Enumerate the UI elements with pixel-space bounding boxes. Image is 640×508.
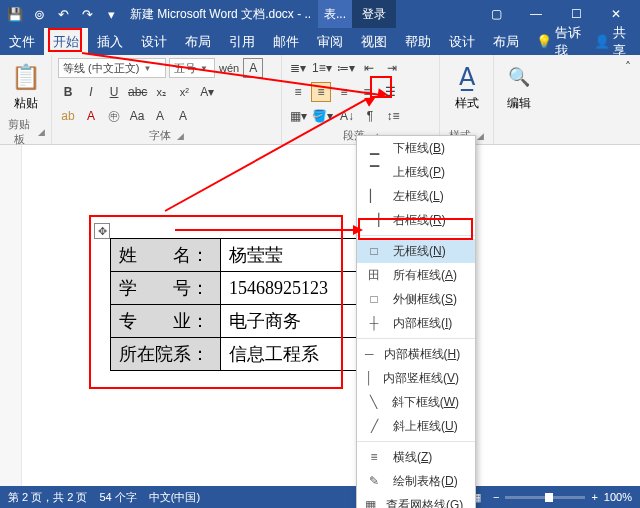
border-option-D[interactable]: ✎绘制表格(D) xyxy=(357,469,475,493)
text-highlight-button[interactable]: ab xyxy=(58,106,78,126)
tab-view[interactable]: 视图 xyxy=(352,28,396,55)
styles-launcher-icon[interactable]: ◢ xyxy=(477,131,484,141)
login-button[interactable]: 登录 xyxy=(352,0,396,28)
menu-separator xyxy=(357,441,475,442)
font-launcher-icon[interactable]: ◢ xyxy=(177,131,184,141)
styles-button[interactable]: A̲ 样式 xyxy=(446,57,487,116)
align-right-button[interactable]: ≡ xyxy=(334,82,354,102)
border-option-B[interactable]: ▁下框线(B) xyxy=(357,136,475,160)
status-word-count[interactable]: 54 个字 xyxy=(99,490,136,505)
border-option-W[interactable]: ╲斜下框线(W) xyxy=(357,390,475,414)
qat-customize-icon[interactable]: ▾ xyxy=(100,3,122,25)
zoom-out-button[interactable]: − xyxy=(493,491,499,503)
table-cell-label[interactable]: 姓 名： xyxy=(111,239,221,272)
redo-icon[interactable]: ↷ xyxy=(76,3,98,25)
border-option-R[interactable]: ▕右框线(R) xyxy=(357,208,475,232)
tab-insert[interactable]: 插入 xyxy=(88,28,132,55)
ribbon-display-options-icon[interactable]: ▢ xyxy=(476,0,516,28)
clear-formatting-button[interactable]: A xyxy=(150,106,170,126)
border-option-A[interactable]: 田所有框线(A) xyxy=(357,263,475,287)
editing-button[interactable]: 🔍 编辑 xyxy=(500,57,538,116)
strikethrough-button[interactable]: abc xyxy=(127,82,148,102)
paste-button[interactable]: 📋 粘贴 xyxy=(6,57,45,116)
zoom-percent[interactable]: 100% xyxy=(604,491,632,503)
tab-references[interactable]: 引用 xyxy=(220,28,264,55)
border-option-I[interactable]: ┼内部框线(I) xyxy=(357,311,475,335)
save-icon[interactable]: 💾 xyxy=(4,3,26,25)
character-shading-button[interactable]: A xyxy=(173,106,193,126)
border-option-U[interactable]: ╱斜上框线(U) xyxy=(357,414,475,438)
text-effects-button[interactable]: A▾ xyxy=(197,82,217,102)
zoom-in-button[interactable]: + xyxy=(591,491,597,503)
tab-review[interactable]: 审阅 xyxy=(308,28,352,55)
clipboard-launcher-icon[interactable]: ◢ xyxy=(38,127,45,137)
table-cell-label[interactable]: 学 号： xyxy=(111,272,221,305)
line-spacing-button[interactable]: ↕≡ xyxy=(383,106,403,126)
table-cell-label[interactable]: 专 业： xyxy=(111,305,221,338)
tab-table-design[interactable]: 设计 xyxy=(440,28,484,55)
border-option-label: 内部竖框线(V) xyxy=(383,370,459,387)
number-list-button[interactable]: 1≡▾ xyxy=(311,58,333,78)
borders-button[interactable]: ▦▾ xyxy=(288,106,308,126)
subscript-button[interactable]: x₂ xyxy=(151,82,171,102)
italic-button[interactable]: I xyxy=(81,82,101,102)
touch-mode-icon[interactable]: ⊚ xyxy=(28,3,50,25)
undo-icon[interactable]: ↶ xyxy=(52,3,74,25)
bullet-list-button[interactable]: ≣▾ xyxy=(288,58,308,78)
shading-button[interactable]: 🪣▾ xyxy=(311,106,334,126)
table-row[interactable]: 姓 名：杨莹莹 xyxy=(111,239,381,272)
character-border-button[interactable]: A xyxy=(243,58,263,78)
table-row[interactable]: 专 业：电子商务 xyxy=(111,305,381,338)
enclose-characters-button[interactable]: ㊥ xyxy=(104,106,124,126)
font-name-combo[interactable]: 等线 (中文正文)▼ xyxy=(58,58,166,78)
tab-home[interactable]: 开始 xyxy=(44,28,88,55)
superscript-button[interactable]: x² xyxy=(174,82,194,102)
border-option-icon: ✎ xyxy=(365,474,383,488)
change-case-button[interactable]: Aa xyxy=(127,106,147,126)
tab-file[interactable]: 文件 xyxy=(0,28,44,55)
distribute-button[interactable]: ☰ xyxy=(380,82,400,102)
zoom-control[interactable]: − + 100% xyxy=(493,491,632,503)
font-color-button[interactable]: A xyxy=(81,106,101,126)
border-option-L[interactable]: ▏左框线(L) xyxy=(357,184,475,208)
zoom-slider[interactable] xyxy=(505,496,585,499)
show-marks-button[interactable]: ¶ xyxy=(360,106,380,126)
collapse-ribbon-button[interactable]: ˄ xyxy=(618,57,638,77)
document-area[interactable]: ✥ 姓 名：杨莹莹 学 号：15468925123 专 业：电子商务 所在院系：… xyxy=(0,145,640,486)
tab-help[interactable]: 帮助 xyxy=(396,28,440,55)
decrease-indent-button[interactable]: ⇤ xyxy=(359,58,379,78)
border-option-N[interactable]: □无框线(N) xyxy=(357,239,475,263)
border-option-P[interactable]: ▔上框线(P) xyxy=(357,160,475,184)
content-table[interactable]: 姓 名：杨莹莹 学 号：15468925123 专 业：电子商务 所在院系：信息… xyxy=(110,238,381,371)
underline-button[interactable]: U xyxy=(104,82,124,102)
table-cell-label[interactable]: 所在院系： xyxy=(111,338,221,371)
phonetic-guide-button[interactable]: wén xyxy=(218,58,240,78)
border-option-label: 左框线(L) xyxy=(393,188,459,205)
border-option-G[interactable]: ▦查看网格线(G) xyxy=(357,493,475,508)
table-row[interactable]: 学 号：15468925123 xyxy=(111,272,381,305)
border-option-S[interactable]: □外侧框线(S) xyxy=(357,287,475,311)
table-move-handle[interactable]: ✥ xyxy=(94,223,110,239)
align-left-button[interactable]: ≡ xyxy=(288,82,308,102)
increase-indent-button[interactable]: ⇥ xyxy=(382,58,402,78)
table-tools-tab[interactable]: 表... xyxy=(318,0,352,28)
border-option-Z[interactable]: ≡横线(Z) xyxy=(357,445,475,469)
status-language[interactable]: 中文(中国) xyxy=(149,490,200,505)
sort-button[interactable]: A↓ xyxy=(337,106,357,126)
tab-table-layout[interactable]: 布局 xyxy=(484,28,528,55)
border-option-V[interactable]: │内部竖框线(V) xyxy=(357,366,475,390)
font-size-combo[interactable]: 五号▼ xyxy=(169,58,215,78)
border-option-label: 查看网格线(G) xyxy=(386,497,463,509)
multilevel-list-button[interactable]: ≔▾ xyxy=(336,58,356,78)
group-editing: 🔍 编辑 xyxy=(494,55,544,144)
tab-mailings[interactable]: 邮件 xyxy=(264,28,308,55)
status-page[interactable]: 第 2 页，共 2 页 xyxy=(8,490,87,505)
group-paragraph: ≣▾ 1≡▾ ≔▾ ⇤ ⇥ ≡ ≡ ≡ ≡ ☰ ▦▾ 🪣▾ A↓ ¶ ↕≡ 段落… xyxy=(282,55,440,144)
table-row[interactable]: 所在院系：信息工程系 xyxy=(111,338,381,371)
tab-layout[interactable]: 布局 xyxy=(176,28,220,55)
border-option-H[interactable]: ─内部横框线(H) xyxy=(357,342,475,366)
tab-design[interactable]: 设计 xyxy=(132,28,176,55)
justify-button[interactable]: ≡ xyxy=(357,82,377,102)
align-center-button[interactable]: ≡ xyxy=(311,82,331,102)
bold-button[interactable]: B xyxy=(58,82,78,102)
